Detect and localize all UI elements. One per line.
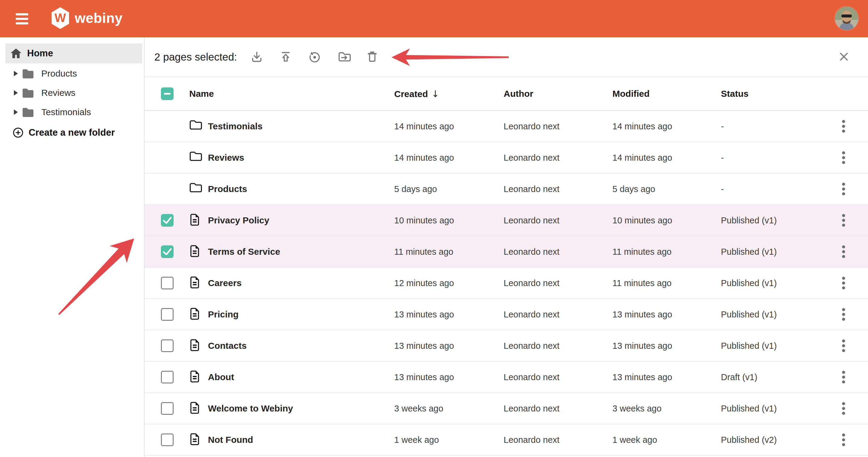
indeterminate-mark-icon xyxy=(164,93,170,95)
row-author: Leonardo next xyxy=(504,404,559,414)
table-row[interactable]: About 13 minutes ago Leonardo next 13 mi… xyxy=(145,362,868,393)
table-row[interactable]: Testimonials 14 minutes ago Leonardo nex… xyxy=(145,111,868,142)
row-modified: 1 week ago xyxy=(613,435,657,445)
sidebar-item-home[interactable]: Home xyxy=(5,43,142,63)
table-row[interactable]: Products 5 days ago Leonardo next 5 days… xyxy=(145,174,868,205)
sidebar-folder-item[interactable]: Products xyxy=(0,64,144,83)
download-icon xyxy=(250,50,264,64)
row-checkbox[interactable] xyxy=(161,371,174,384)
select-all-checkbox[interactable] xyxy=(161,87,174,100)
row-created: 13 minutes ago xyxy=(394,310,454,319)
column-header-created-label: Created xyxy=(394,89,428,99)
table-header: Name Created↓ Author Modified Status xyxy=(145,77,868,111)
sidebar-folder-item[interactable]: Testimonials xyxy=(0,102,144,122)
row-name[interactable]: Pricing xyxy=(208,309,239,319)
create-folder-button[interactable]: Create a new folder xyxy=(0,123,144,143)
document-icon xyxy=(189,307,200,320)
row-name[interactable]: Contacts xyxy=(208,341,247,351)
table-row[interactable]: Careers 12 minutes ago Leonardo next 11 … xyxy=(145,268,868,299)
close-selection-button[interactable] xyxy=(835,49,852,65)
webiny-logo[interactable]: W webiny xyxy=(51,7,123,29)
sidebar-folder-item[interactable]: Reviews xyxy=(0,83,144,102)
download-button[interactable] xyxy=(248,49,265,65)
column-header-status[interactable]: Status xyxy=(721,89,749,99)
row-name[interactable]: Terms of Service xyxy=(208,247,280,257)
row-type-icon xyxy=(189,276,204,290)
row-name[interactable]: Reviews xyxy=(208,153,244,163)
row-status: Published (v1) xyxy=(721,341,777,351)
column-header-created[interactable]: Created↓ xyxy=(394,89,439,99)
row-checkbox[interactable] xyxy=(161,245,174,258)
document-icon xyxy=(189,370,200,383)
row-menu-icon[interactable] xyxy=(838,243,849,261)
row-checkbox[interactable] xyxy=(161,339,174,352)
row-menu-icon[interactable] xyxy=(838,368,849,386)
row-author: Leonardo next xyxy=(504,153,559,163)
table-body: Testimonials 14 minutes ago Leonardo nex… xyxy=(145,111,868,456)
row-name[interactable]: Testimonials xyxy=(208,121,262,131)
row-status: Published (v1) xyxy=(721,247,777,257)
row-type-icon xyxy=(189,433,204,447)
row-status: Published (v1) xyxy=(721,310,777,319)
row-created: 11 minutes ago xyxy=(394,247,453,257)
row-type-icon xyxy=(189,182,204,196)
selection-count-label: 2 pages selected: xyxy=(154,51,237,63)
row-menu-icon[interactable] xyxy=(838,337,849,355)
row-author: Leonardo next xyxy=(504,184,559,194)
row-menu-icon[interactable] xyxy=(838,118,849,135)
move-to-folder-button[interactable] xyxy=(336,49,352,65)
row-checkbox[interactable] xyxy=(161,277,174,290)
row-created: 10 minutes ago xyxy=(394,216,454,225)
menu-icon[interactable] xyxy=(16,13,28,24)
table-row[interactable]: Privacy Policy 10 minutes ago Leonardo n… xyxy=(145,205,868,236)
row-menu-icon[interactable] xyxy=(838,212,849,229)
row-created: 13 minutes ago xyxy=(394,372,454,382)
content-area: 2 pages selected: xyxy=(145,37,868,457)
row-checkbox[interactable] xyxy=(161,433,174,446)
row-checkbox[interactable] xyxy=(161,402,174,415)
restore-button[interactable] xyxy=(306,49,323,65)
document-icon xyxy=(189,213,200,226)
table-row[interactable]: Reviews 14 minutes ago Leonardo next 14 … xyxy=(145,142,868,174)
row-name[interactable]: Welcome to Webiny xyxy=(208,403,293,414)
row-menu-icon[interactable] xyxy=(838,306,849,323)
column-header-modified[interactable]: Modified xyxy=(613,89,650,99)
row-menu-icon[interactable] xyxy=(838,149,849,166)
row-name[interactable]: Privacy Policy xyxy=(208,215,269,225)
document-icon xyxy=(189,433,200,446)
row-name[interactable]: Careers xyxy=(208,278,242,288)
table-row[interactable]: Welcome to Webiny 3 weeks ago Leonardo n… xyxy=(145,393,868,424)
row-checkbox[interactable] xyxy=(161,214,174,227)
row-type-icon xyxy=(189,119,204,133)
avatar[interactable] xyxy=(835,7,858,30)
row-name[interactable]: Not Found xyxy=(208,435,253,445)
row-checkbox[interactable] xyxy=(161,308,174,321)
row-created: 12 minutes ago xyxy=(394,278,454,288)
row-status: Draft (v1) xyxy=(721,372,757,382)
row-author: Leonardo next xyxy=(504,247,559,257)
row-modified: 13 minutes ago xyxy=(613,310,672,319)
row-menu-icon[interactable] xyxy=(838,180,849,198)
document-icon xyxy=(189,339,200,352)
row-created: 5 days ago xyxy=(394,184,437,194)
table-row[interactable]: Contacts 13 minutes ago Leonardo next 13… xyxy=(145,330,868,362)
svg-text:W: W xyxy=(55,11,66,24)
sidebar: Home Products Reviews Testimonials Creat… xyxy=(0,37,145,457)
delete-button[interactable] xyxy=(364,49,381,65)
row-author: Leonardo next xyxy=(504,435,559,445)
folder-outline-icon xyxy=(189,182,203,193)
row-type-icon xyxy=(189,151,204,164)
row-author: Leonardo next xyxy=(504,278,559,288)
row-name[interactable]: Products xyxy=(208,184,247,194)
unpublish-button[interactable] xyxy=(277,49,294,65)
table-row[interactable]: Pricing 13 minutes ago Leonardo next 13 … xyxy=(145,299,868,330)
checkmark-icon xyxy=(161,245,174,258)
row-menu-icon[interactable] xyxy=(838,400,849,417)
column-header-name[interactable]: Name xyxy=(189,89,214,99)
row-menu-icon[interactable] xyxy=(838,431,849,449)
row-menu-icon[interactable] xyxy=(838,274,849,292)
column-header-author[interactable]: Author xyxy=(504,89,533,99)
table-row[interactable]: Terms of Service 11 minutes ago Leonardo… xyxy=(145,236,868,268)
table-row[interactable]: Not Found 1 week ago Leonardo next 1 wee… xyxy=(145,424,868,456)
row-name[interactable]: About xyxy=(208,372,234,382)
